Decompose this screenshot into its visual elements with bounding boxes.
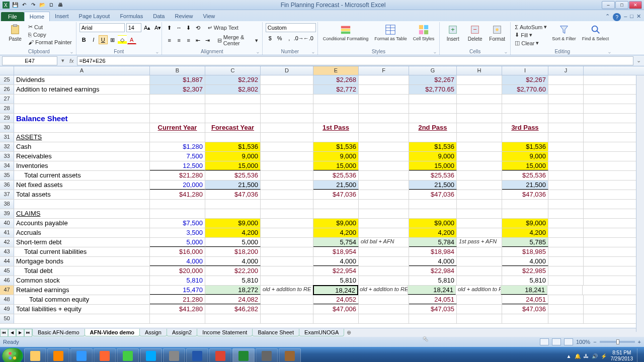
cell-A28[interactable] xyxy=(14,104,150,113)
cell-C36[interactable]: 21,500 xyxy=(205,180,261,190)
cell-E47[interactable]: 18,242 xyxy=(313,285,358,295)
align-bot-icon[interactable]: ⬇ xyxy=(184,23,193,32)
sheet-nav-0[interactable]: ⏮ xyxy=(0,329,8,337)
row-header[interactable]: 37 xyxy=(0,190,14,199)
cell-I50[interactable] xyxy=(502,314,548,323)
insert-cells-button[interactable]: +Insert xyxy=(443,23,463,43)
cell-J31[interactable] xyxy=(548,133,584,142)
comma-icon[interactable]: , xyxy=(285,34,294,43)
cell-H31[interactable] xyxy=(457,133,502,142)
row-header[interactable]: 30 xyxy=(0,123,14,132)
cell-F26[interactable] xyxy=(359,85,409,94)
taskbar-skype[interactable] xyxy=(140,348,162,362)
cell-B27[interactable] xyxy=(150,95,205,104)
taskbar-chrome[interactable] xyxy=(117,348,139,362)
cell-H37[interactable] xyxy=(457,190,502,199)
cell-B37[interactable]: $41,280 xyxy=(150,190,205,199)
undo-icon[interactable]: ↶ xyxy=(20,1,28,9)
cell-F48[interactable] xyxy=(359,295,409,304)
cell-B40[interactable]: $7,500 xyxy=(150,219,205,228)
row-header[interactable]: 50 xyxy=(0,314,14,323)
tab-insert[interactable]: Insert xyxy=(50,12,74,21)
cell-I28[interactable] xyxy=(502,104,548,113)
tray-icon-3[interactable]: 🔊 xyxy=(592,353,598,359)
currency-icon[interactable]: $ xyxy=(266,34,275,43)
new-sheet-icon[interactable]: ⊕ xyxy=(344,329,354,336)
cell-I39[interactable] xyxy=(502,209,548,218)
row-header[interactable]: 42 xyxy=(0,238,14,247)
align-mid-icon[interactable]: ↔ xyxy=(175,23,184,32)
cell-E39[interactable] xyxy=(313,209,359,218)
cell-C42[interactable]: 5,000 xyxy=(205,238,261,247)
cell-I26[interactable]: $2,770.60 xyxy=(502,85,548,94)
cell-C34[interactable]: 15,000 xyxy=(205,161,261,170)
cell-C44[interactable]: 4,000 xyxy=(205,257,261,266)
cell-D39[interactable] xyxy=(261,209,313,218)
number-format-combo[interactable] xyxy=(266,23,316,32)
row-header[interactable]: 25 xyxy=(0,75,14,84)
cell-F42[interactable]: old bal + AFN xyxy=(359,238,409,247)
cell-D30[interactable] xyxy=(261,123,313,132)
col-header-A[interactable]: A xyxy=(14,66,150,75)
cut-button[interactable]: ✂Cut xyxy=(27,23,73,31)
cell-I32[interactable]: $1,536 xyxy=(502,142,548,151)
cell-I36[interactable]: 21,500 xyxy=(502,180,548,190)
cell-F47[interactable]: old + addition to RE xyxy=(358,286,408,295)
cell-E25[interactable]: $2,268 xyxy=(313,75,359,84)
cell-D35[interactable] xyxy=(261,171,313,180)
cell-E35[interactable]: $25,536 xyxy=(313,171,359,180)
cell-C43[interactable]: $18,200 xyxy=(205,247,261,256)
autosum-button[interactable]: ΣAutoSum ▾ xyxy=(514,23,548,31)
cell-D40[interactable] xyxy=(261,219,313,228)
cell-D43[interactable] xyxy=(261,247,313,256)
percent-icon[interactable]: % xyxy=(275,34,284,43)
orientation-icon[interactable]: ⟲ xyxy=(194,23,203,32)
cell-F37[interactable] xyxy=(359,190,409,199)
sheet-tab-assign2[interactable]: Assign2 xyxy=(167,329,197,336)
cell-A25[interactable]: Dividends xyxy=(14,75,150,84)
cell-I29[interactable] xyxy=(502,114,548,123)
cell-G26[interactable]: $2,770.65 xyxy=(409,85,457,94)
cell-F45[interactable] xyxy=(359,266,409,276)
bold-button[interactable]: B xyxy=(79,35,89,44)
cell-G43[interactable]: $18,984 xyxy=(409,247,457,256)
sheet-nav-2[interactable]: ▶ xyxy=(16,329,24,337)
tab-file[interactable]: File xyxy=(1,12,24,21)
cell-B31[interactable] xyxy=(150,133,205,142)
vertical-scrollbar[interactable] xyxy=(636,75,644,332)
cell-J46[interactable] xyxy=(548,276,584,285)
formula-expand-icon[interactable]: ⌄ xyxy=(633,57,644,64)
cell-C29[interactable] xyxy=(205,114,261,123)
cell-J45[interactable] xyxy=(548,266,584,276)
row-header[interactable]: 26 xyxy=(0,85,14,94)
row-header[interactable]: 39 xyxy=(0,209,14,218)
tab-view[interactable]: View xyxy=(198,12,220,21)
cell-F49[interactable] xyxy=(359,305,409,314)
cell-E41[interactable]: 4,200 xyxy=(313,228,359,237)
cell-A26[interactable]: Addition to retained earnings xyxy=(14,85,150,94)
cell-B32[interactable]: $1,280 xyxy=(150,142,205,151)
cell-E34[interactable]: 15,000 xyxy=(313,161,359,170)
cell-G28[interactable] xyxy=(409,104,457,113)
format-cells-button[interactable]: Format xyxy=(487,23,507,43)
cell-D42[interactable] xyxy=(261,238,313,247)
cell-B41[interactable]: 3,500 xyxy=(150,228,205,237)
cell-H27[interactable] xyxy=(457,95,502,104)
indent-inc-icon[interactable]: ⇥ xyxy=(203,36,212,45)
cell-B35[interactable]: $21,280 xyxy=(150,171,205,180)
row-header[interactable]: 47 xyxy=(0,286,14,295)
cell-J33[interactable] xyxy=(548,152,584,161)
tab-page-layout[interactable]: Page Layout xyxy=(74,12,115,21)
align-center-icon[interactable]: ≡ xyxy=(175,36,184,45)
cell-H33[interactable] xyxy=(457,152,502,161)
cell-D45[interactable] xyxy=(261,266,313,276)
cell-I40[interactable]: $9,000 xyxy=(502,219,548,228)
row-header[interactable]: 36 xyxy=(0,180,14,190)
row-header[interactable]: 29 xyxy=(0,114,14,123)
row-header[interactable]: 33 xyxy=(0,152,14,161)
dec-decimal-icon[interactable]: ←.0 xyxy=(304,34,313,43)
tray-icon-0[interactable]: ▲ xyxy=(567,353,572,359)
tray-clock[interactable]: 8:51 PM 7/29/2013 xyxy=(611,350,633,362)
cell-F34[interactable] xyxy=(359,161,409,170)
cell-J38[interactable] xyxy=(548,200,584,209)
